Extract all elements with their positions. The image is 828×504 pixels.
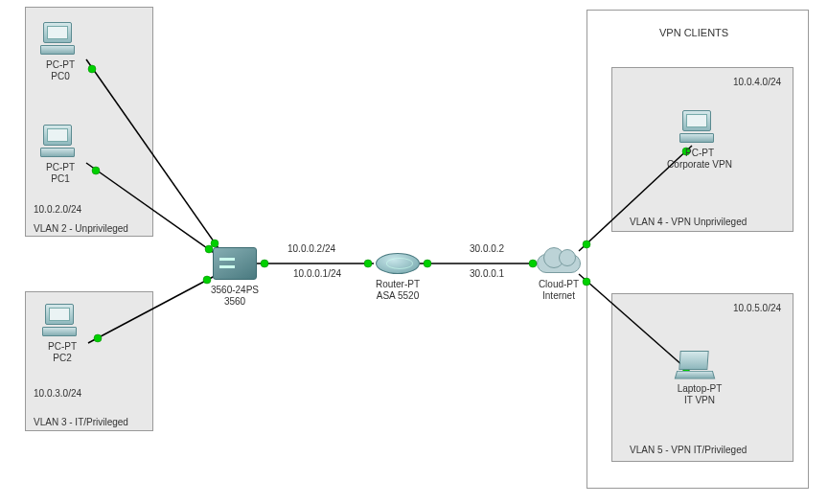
pc2-label: PC-PTPC2 xyxy=(43,341,81,364)
ip-sw-side: 10.0.0.2/24 xyxy=(288,243,335,254)
cloud-label: Cloud-PTInternet xyxy=(535,279,583,302)
router-icon[interactable] xyxy=(376,253,420,274)
pc-icon[interactable] xyxy=(682,110,714,143)
switch-icon[interactable] xyxy=(213,247,257,280)
pc-icon[interactable] xyxy=(43,125,75,157)
vlan3-subnet: 10.0.3.0/24 xyxy=(34,388,81,399)
itvpn-label: Laptop-PTIT VPN xyxy=(671,383,728,406)
vlan5-label: VLAN 5 - VPN IT/Privileged xyxy=(630,445,747,455)
corpvpn-label: PC-PTCorporate VPN xyxy=(661,148,738,171)
vlan2-label: VLAN 2 - Unprivileged xyxy=(34,223,128,234)
pc0-label: PC-PTPC0 xyxy=(41,59,80,82)
svg-point-5 xyxy=(205,245,213,253)
ip-cloud-side: 30.0.0.1 xyxy=(470,268,504,279)
svg-point-10 xyxy=(261,260,268,267)
vlan5-subnet: 10.0.5.0/24 xyxy=(733,303,781,313)
svg-point-2 xyxy=(211,240,218,247)
cloud-icon[interactable] xyxy=(537,250,581,275)
svg-point-11 xyxy=(364,260,372,267)
pc1-label: PC-PTPC1 xyxy=(41,162,80,185)
svg-point-14 xyxy=(529,260,537,267)
ip-router-outside: 30.0.0.2 xyxy=(470,243,504,254)
pc-icon[interactable] xyxy=(45,304,77,336)
laptop-icon[interactable] xyxy=(676,351,718,379)
vpn-clients-title: VPN CLIENTS xyxy=(659,27,728,38)
vlan3-label: VLAN 3 - IT/Privileged xyxy=(34,417,128,427)
vlan2-subnet: 10.0.2.0/24 xyxy=(34,204,81,215)
svg-point-13 xyxy=(424,260,431,267)
pc-icon[interactable] xyxy=(43,22,75,55)
switch-label: 3560-24PS3560 xyxy=(196,285,273,308)
vlan4-subnet: 10.0.4.0/24 xyxy=(733,77,781,87)
svg-point-8 xyxy=(203,276,211,284)
router-label: Router-PTASA 5520 xyxy=(369,279,426,302)
ip-router-inside: 10.0.0.1/24 xyxy=(293,268,341,279)
vlan4-label: VLAN 4 - VPN Unprivileged xyxy=(630,217,747,227)
